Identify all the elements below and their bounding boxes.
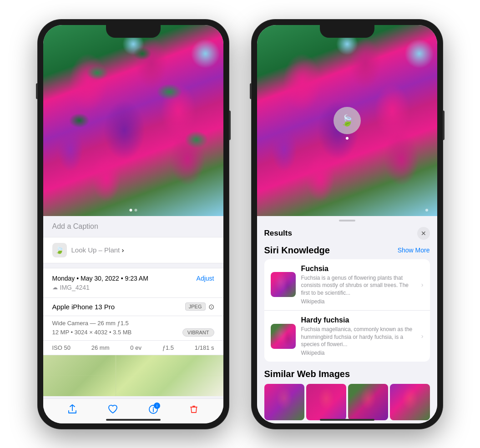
focal-value: 26 mm [91, 344, 110, 351]
siri-header: Siri Knowledge Show More [264, 245, 430, 256]
fuchsia-source: Wikipedia [301, 298, 416, 305]
siri-knowledge-title: Siri Knowledge [264, 245, 330, 256]
lookup-type: Plant [102, 246, 120, 254]
caption-placeholder: Add a Caption [52, 222, 98, 230]
camera-resolution: 12 MP • 3024 × 4032 • 3.5 MB [52, 329, 132, 336]
leaf-icon: 🍃 [55, 246, 64, 254]
favorite-button[interactable] [108, 404, 118, 414]
photo-area-left [43, 25, 223, 216]
page-dot-1 [129, 209, 132, 211]
lookup-label-text: Look Up – [71, 246, 102, 254]
info-badge-dot: i [154, 403, 160, 409]
aperture-value: ƒ1.5 [162, 344, 174, 351]
phone1-content: Add a Caption 🍃 Look Up – Plant › [43, 25, 223, 423]
filename: IMG_4241 [60, 284, 90, 291]
drag-handle[interactable] [257, 216, 437, 225]
home-indicator-left [106, 419, 161, 421]
caption-area[interactable]: Add a Caption [43, 216, 223, 237]
knowledge-card: Fuchsia Fuchsia is a genus of flowering … [264, 259, 430, 362]
show-more-button[interactable]: Show More [398, 247, 430, 254]
similar-section: Similar Web Images [257, 362, 437, 420]
vibrant-badge: VIBRANT [182, 328, 214, 337]
photo-date: Monday • May 30, 2022 • 9:23 AM [52, 275, 148, 282]
camera-icon: ⊙ [208, 302, 214, 311]
jpeg-badge: JPEG [185, 302, 206, 311]
exif-row: ISO 50 26 mm 0 ev ƒ1.5 1/181 s [43, 341, 223, 355]
photo-area-right: 🍃 [257, 25, 437, 216]
adjust-button[interactable]: Adjust [197, 275, 214, 282]
hardy-source: Wikipedia [301, 350, 416, 356]
home-indicator-right [320, 419, 374, 421]
handle-bar [339, 220, 355, 221]
lookup-row[interactable]: 🍃 Look Up – Plant › [43, 237, 223, 263]
hardy-desc: Fuchsia magellanica, commonly known as t… [301, 326, 416, 348]
share-button[interactable] [67, 404, 77, 414]
hardy-chevron: › [421, 332, 424, 340]
hardy-info: Hardy fuchsia Fuchsia magellanica, commo… [301, 316, 416, 356]
delete-button[interactable] [189, 404, 199, 414]
phone-left: Add a Caption 🍃 Look Up – Plant › [38, 20, 229, 429]
page-dot-2 [134, 209, 137, 211]
lookup-icon: 🍃 [52, 243, 67, 257]
fuchsia-chevron: › [421, 281, 424, 288]
camera-specs: Wide Camera — 26 mm ƒ1.5 12 MP • 3024 × … [43, 316, 223, 341]
phone-right: 🍃 Results ✕ [252, 20, 443, 429]
phone-left-screen: Add a Caption 🍃 Look Up – Plant › [43, 25, 223, 423]
info-button[interactable]: i [148, 404, 158, 414]
badges: JPEG ⊙ [185, 302, 214, 311]
results-panel: Results ✕ Siri Knowledge Show More [257, 216, 437, 423]
knowledge-item-fuchsia[interactable]: Fuchsia Fuchsia is a genus of flowering … [264, 259, 430, 310]
app-container: Add a Caption 🍃 Look Up – Plant › [29, 10, 452, 438]
siri-section: Siri Knowledge Show More Fuchsia Fuchsia… [257, 245, 437, 362]
phone-right-screen: 🍃 Results ✕ [257, 25, 437, 423]
info-panel: Add a Caption 🍃 Look Up – Plant › [43, 216, 223, 423]
similar-image-2[interactable] [306, 384, 346, 420]
similar-images-grid [264, 384, 430, 420]
hardy-thumbnail [271, 324, 296, 349]
visual-intelligence-button[interactable]: 🍃 [333, 107, 361, 134]
ev-value: 0 ev [130, 344, 141, 351]
notch-right [320, 25, 374, 38]
similar-image-4[interactable] [390, 384, 430, 420]
page-dot-right [425, 209, 428, 211]
device-row: Apple iPhone 13 Pro JPEG ⊙ [43, 298, 223, 316]
vi-dot [346, 137, 349, 140]
similar-image-1[interactable] [264, 384, 304, 420]
device-section: Apple iPhone 13 Pro JPEG ⊙ Wide Camera —… [43, 298, 223, 355]
fuchsia-desc: Fuchsia is a genus of flowering plants t… [301, 274, 416, 297]
flower-photo-right: 🍃 [257, 25, 437, 216]
meta-section: Monday • May 30, 2022 • 9:23 AM Adjust ☁… [43, 268, 223, 298]
filename-row: ☁ IMG_4241 [52, 284, 214, 291]
page-indicator [129, 209, 137, 211]
camera-type: Wide Camera — 26 mm ƒ1.5 [52, 320, 214, 327]
shutter-value: 1/181 s [195, 344, 214, 351]
phone2-content: 🍃 Results ✕ [257, 25, 437, 423]
fuchsia-thumbnail [271, 272, 296, 297]
vi-leaf-icon: 🍃 [340, 114, 354, 127]
fuchsia-info: Fuchsia Fuchsia is a genus of flowering … [301, 265, 416, 305]
camera-res-row: 12 MP • 3024 × 4032 • 3.5 MB VIBRANT [52, 328, 214, 337]
results-header: Results ✕ [257, 225, 437, 245]
similar-image-3[interactable] [348, 384, 388, 420]
similar-title: Similar Web Images [264, 369, 430, 379]
results-title: Results [264, 229, 292, 238]
cloud-icon: ☁ [52, 284, 58, 291]
fuchsia-name: Fuchsia [301, 265, 416, 273]
knowledge-item-hardy[interactable]: Hardy fuchsia Fuchsia magellanica, commo… [264, 310, 430, 362]
meta-row: Monday • May 30, 2022 • 9:23 AM Adjust [52, 275, 214, 282]
map-area[interactable] [43, 355, 223, 396]
lookup-label: Look Up – Plant › [71, 246, 124, 254]
close-button[interactable]: ✕ [417, 227, 430, 240]
iso-value: ISO 50 [52, 344, 71, 351]
device-name: Apple iPhone 13 Pro [52, 303, 115, 311]
notch-left [106, 25, 161, 38]
flower-photo-left [43, 25, 223, 216]
hardy-name: Hardy fuchsia [301, 316, 416, 324]
